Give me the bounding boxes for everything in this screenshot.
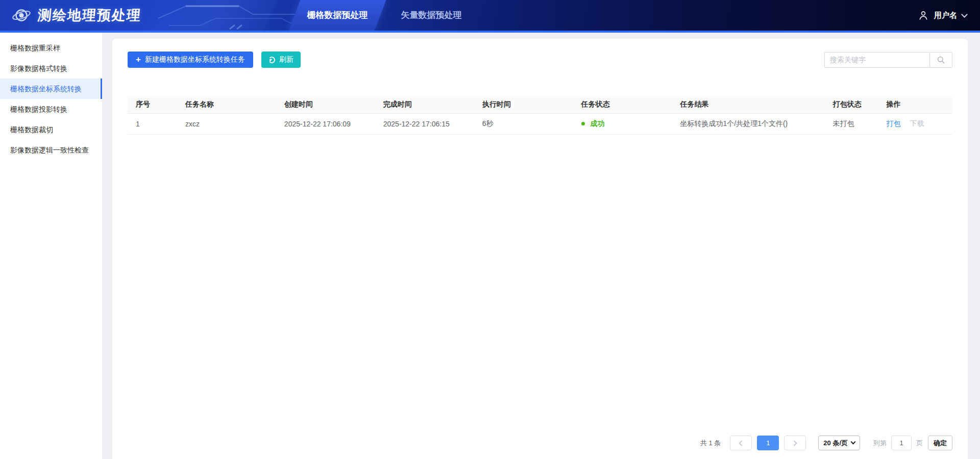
- column-header-status: 任务状态: [573, 96, 672, 113]
- column-header-result: 任务结果: [672, 96, 824, 113]
- confirm-button[interactable]: 确定: [928, 436, 952, 450]
- user-icon: [918, 10, 929, 21]
- header-accent-line: [0, 31, 980, 33]
- logo-globe-icon: [11, 5, 32, 26]
- current-page[interactable]: 1: [757, 436, 779, 450]
- cell-status: 成功: [573, 113, 672, 134]
- cell-finished-at: 2025-12-22 17:06:15: [375, 113, 474, 134]
- goto-suffix-label: 页: [916, 439, 923, 448]
- user-menu[interactable]: 用户名: [918, 0, 967, 31]
- sidebar-item-raster-coordinate-convert[interactable]: 栅格数据坐标系统转换: [0, 79, 102, 99]
- chevron-left-icon: [739, 440, 745, 446]
- column-header-package-status: 打包状态: [824, 96, 878, 113]
- new-task-button[interactable]: + 新建栅格数据坐标系统转换任务: [128, 52, 253, 68]
- app-header: 测绘地理预处理 栅格数据预处理 矢量数据预处理 用户名: [0, 0, 980, 33]
- refresh-button[interactable]: 刷新: [261, 52, 301, 68]
- search-input[interactable]: [825, 53, 929, 67]
- plus-icon: +: [136, 55, 141, 64]
- chevron-right-icon: [792, 440, 797, 446]
- column-header-index: 序号: [128, 96, 177, 113]
- refresh-icon: [268, 57, 275, 63]
- cell-task-name: zxcz: [177, 113, 276, 134]
- search-group: [824, 52, 952, 68]
- sidebar: 栅格数据重采样 影像数据格式转换 栅格数据坐标系统转换 栅格数据投影转换 栅格数…: [0, 33, 102, 459]
- status-dot: [581, 122, 585, 125]
- download-link[interactable]: 下载: [910, 119, 924, 128]
- sidebar-item-image-format-convert[interactable]: 影像数据格式转换: [0, 58, 102, 79]
- main-area: + 新建栅格数据坐标系统转换任务 刷新: [102, 33, 980, 459]
- chevron-down-icon: [961, 11, 968, 18]
- cell-actions: 打包 下载: [878, 113, 952, 134]
- top-tabs: 栅格数据预处理 矢量数据预处理: [293, 0, 475, 31]
- page-size-select[interactable]: 20 条/页: [818, 436, 860, 450]
- cell-package-status: 未打包: [824, 113, 878, 134]
- app-logo: 测绘地理预处理: [11, 0, 141, 31]
- column-header-duration: 执行时间: [474, 96, 573, 113]
- content-card: + 新建栅格数据坐标系统转换任务 刷新: [112, 39, 968, 459]
- next-page-button[interactable]: [784, 436, 806, 450]
- cell-created-at: 2025-12-22 17:06:09: [276, 113, 375, 134]
- total-count: 共 1 条: [700, 439, 721, 448]
- cell-duration: 6秒: [474, 113, 573, 134]
- sidebar-item-raster-projection-convert[interactable]: 栅格数据投影转换: [0, 99, 102, 119]
- goto-prefix-label: 到第: [873, 439, 887, 448]
- table-row: 1 zxcz 2025-12-22 17:06:09 2025-12-22 17…: [128, 113, 952, 134]
- column-header-actions: 操作: [878, 96, 952, 113]
- tab-label: 矢量数据预处理: [401, 10, 462, 20]
- column-header-created-at: 创建时间: [276, 96, 375, 113]
- tab-vector-preprocess[interactable]: 矢量数据预处理: [387, 0, 475, 31]
- column-header-finished-at: 完成时间: [375, 96, 474, 113]
- goto-page-input[interactable]: [891, 436, 912, 450]
- tab-raster-preprocess[interactable]: 栅格数据预处理: [293, 0, 381, 31]
- new-task-label: 新建栅格数据坐标系统转换任务: [145, 55, 245, 64]
- search-button[interactable]: [929, 53, 952, 67]
- tab-label: 栅格数据预处理: [307, 10, 368, 20]
- prev-page-button[interactable]: [730, 436, 752, 450]
- package-link[interactable]: 打包: [886, 119, 900, 128]
- chevron-down-icon: [851, 440, 856, 445]
- column-header-task-name: 任务名称: [177, 96, 276, 113]
- tasks-table: 序号 任务名称 创建时间 完成时间 执行时间 任务状态 任务结果 打包状态 操作…: [128, 96, 952, 135]
- app-title: 测绘地理预处理: [37, 6, 142, 24]
- cell-index: 1: [128, 113, 177, 134]
- search-icon: [937, 56, 945, 64]
- sidebar-item-raster-clip[interactable]: 栅格数据裁切: [0, 119, 102, 140]
- goto-page-group: 到第 页: [873, 436, 923, 450]
- toolbar: + 新建栅格数据坐标系统转换任务 刷新: [128, 52, 952, 68]
- sidebar-item-image-logic-check[interactable]: 影像数据逻辑一致性检查: [0, 140, 102, 160]
- sidebar-item-raster-resample[interactable]: 栅格数据重采样: [0, 38, 102, 58]
- table-header-row: 序号 任务名称 创建时间 完成时间 执行时间 任务状态 任务结果 打包状态 操作: [128, 96, 952, 113]
- user-name: 用户名: [934, 11, 957, 20]
- pagination: 共 1 条 1 20 条/页 到第 页 确定: [700, 436, 952, 450]
- cell-result: 坐标转换成功1个/共处理1个文件(): [672, 113, 824, 134]
- refresh-label: 刷新: [279, 55, 293, 64]
- page-size-label: 20 条/页: [823, 439, 848, 448]
- status-text: 成功: [590, 119, 604, 128]
